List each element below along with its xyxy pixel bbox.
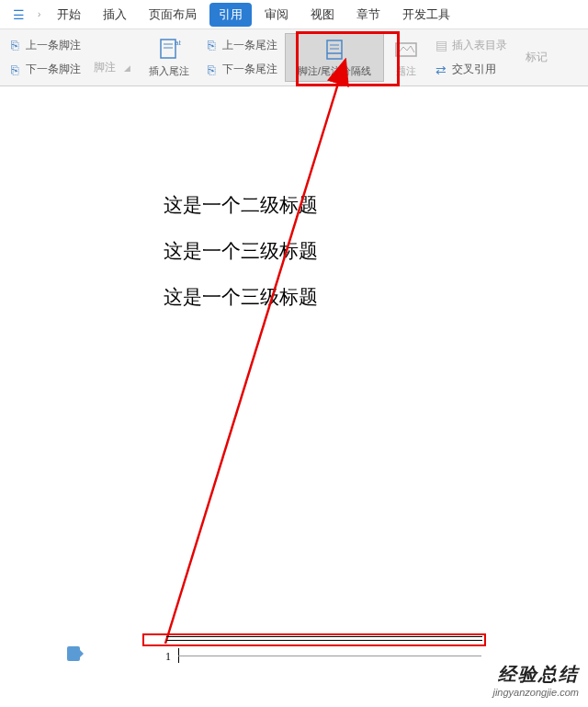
toc-icon: ▤ — [434, 38, 448, 52]
footnote-separator-button[interactable]: 脚注/尾注分隔线 — [285, 33, 384, 82]
next-footnote-label: 下一条脚注 — [26, 62, 81, 77]
footnote-separator-line-2 — [166, 640, 482, 641]
caption-label: 题注 — [396, 64, 416, 78]
dialog-launcher-icon[interactable]: ◢ — [119, 61, 134, 75]
cross-ref-icon: ⇄ — [434, 63, 448, 77]
next-footnote-button[interactable]: ⎘ 下一条脚注 — [2, 59, 86, 80]
watermark: 经验总结 jingyanzongjie.com — [492, 662, 579, 698]
menu-insert[interactable]: 插入 — [94, 3, 136, 27]
menu-section[interactable]: 章节 — [347, 3, 390, 27]
menubar: ☰ › 开始 插入 页面布局 引用 审阅 视图 章节 开发工具 — [0, 0, 588, 29]
menu-layout[interactable]: 页面布局 — [140, 3, 206, 27]
footnote-nav-group: ⎘ 上一条脚注 ⎘ 下一条脚注 — [2, 33, 86, 82]
mark-group: 标记 — [514, 33, 553, 82]
menu-start[interactable]: 开始 — [48, 3, 90, 27]
watermark-en: jingyanzongjie.com — [492, 687, 579, 698]
footnote-group-label: 脚注 ◢ — [88, 57, 140, 78]
caption-tools-group: ▤ 插入表目录 ⇄ 交叉引用 — [428, 33, 513, 82]
cursor-baseline — [178, 656, 481, 656]
endnote-icon: ab — [156, 37, 182, 63]
svg-text:ab: ab — [175, 39, 181, 47]
prev-endnote-label: 上一条尾注 — [222, 38, 277, 53]
menu-references[interactable]: 引用 — [209, 3, 252, 27]
footnote-separator-line — [166, 636, 482, 637]
endnote-next-icon: ⎘ — [204, 63, 219, 77]
caption-button[interactable]: 题注 — [386, 33, 426, 82]
menu-review[interactable]: 审阅 — [255, 3, 298, 27]
prev-footnote-label: 上一条脚注 — [26, 38, 81, 53]
footnote-prev-icon: ⎘ — [7, 38, 22, 52]
ribbon-toolbar: ⎘ 上一条脚注 ⎘ 下一条脚注 脚注 ◢ ab 插入尾注 ⎘ 上一条尾注 ⎘ 下… — [0, 29, 588, 86]
menu-devtools[interactable]: 开发工具 — [393, 3, 459, 27]
section-indicator-icon[interactable] — [67, 646, 80, 661]
prev-endnote-button[interactable]: ⎘ 上一条尾注 — [198, 35, 283, 56]
insert-toc-label: 插入表目录 — [452, 38, 507, 53]
insert-endnote-button[interactable]: ab 插入尾注 — [141, 33, 197, 82]
cross-ref-button[interactable]: ⇄ 交叉引用 — [428, 59, 513, 80]
next-endnote-button[interactable]: ⎘ 下一条尾注 — [198, 59, 283, 80]
watermark-cn: 经验总结 — [492, 662, 579, 687]
document-area[interactable]: 这是一个二级标题 这是一个三级标题 这是一个三级标题 — [0, 86, 588, 707]
mark-text: 标记 — [526, 50, 548, 65]
endnote-nav-group: ⎘ 上一条尾注 ⎘ 下一条尾注 — [198, 33, 283, 82]
dropdown-icon[interactable]: ☰ — [7, 7, 30, 22]
menu-view[interactable]: 视图 — [301, 3, 344, 27]
endnote-prev-icon: ⎘ — [204, 38, 219, 52]
separator-label: 脚注/尾注分隔线 — [298, 64, 371, 78]
separator-icon — [322, 37, 347, 63]
insert-endnote-label: 插入尾注 — [149, 64, 189, 78]
prev-footnote-button[interactable]: ⎘ 上一条脚注 — [2, 35, 86, 56]
footnote-label-group: 脚注 ◢ — [88, 33, 140, 82]
doc-heading-2: 这是一个二级标题 — [164, 192, 318, 218]
footnote-group-text: 脚注 — [94, 60, 116, 75]
doc-heading-3b: 这是一个三级标题 — [164, 284, 318, 310]
svg-rect-4 — [327, 40, 342, 59]
footnote-next-icon: ⎘ — [7, 63, 22, 77]
mark-label: 标记 — [520, 47, 553, 68]
cross-ref-label: 交叉引用 — [452, 62, 496, 77]
chevron-right-icon: › — [34, 9, 44, 19]
insert-toc-button[interactable]: ▤ 插入表目录 — [428, 35, 513, 56]
caption-icon — [393, 37, 419, 63]
next-endnote-label: 下一条尾注 — [222, 62, 277, 77]
page-number: 1 — [165, 650, 171, 664]
doc-heading-3a: 这是一个三级标题 — [164, 238, 318, 264]
svg-rect-0 — [161, 40, 175, 58]
